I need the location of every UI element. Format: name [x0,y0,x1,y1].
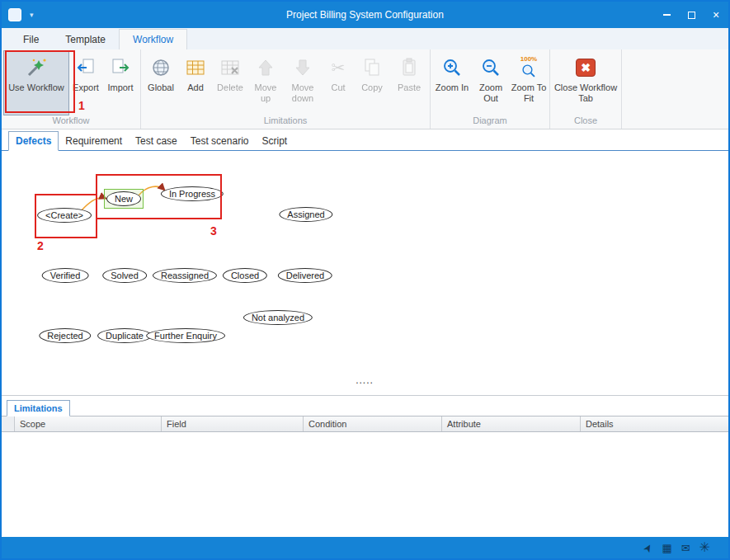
tab-defects[interactable]: Defects [8,131,59,151]
app-window: ▾ Project Billing System Configuration ×… [0,0,730,560]
zoom-out-button[interactable]: Zoom Out [472,50,510,115]
status-bar: ➤ ▦ ✉ ✳ [2,537,728,558]
paste-button: Paste [390,50,428,115]
tab-requirement[interactable]: Requirement [59,132,129,150]
node-new[interactable]: New [106,191,141,206]
limitations-tab-bar: Limitations [2,396,728,416]
close-workflow-tab-button[interactable]: ✖ Close Workflow Tab [552,50,619,115]
pointer-tool-icon[interactable]: ➤ [642,541,656,554]
column-header-condition[interactable]: Condition [304,416,442,431]
window-controls: × [654,2,728,28]
maximize-button[interactable] [679,2,704,28]
column-header-scope[interactable]: Scope [15,416,162,431]
import-label: Import [107,82,133,93]
move-up-button: Move up [248,50,283,115]
tab-script[interactable]: Script [255,132,294,150]
cut-label: Cut [331,82,345,93]
close-workflow-tab-label: Close Workflow Tab [553,82,619,103]
limitations-panel: Limitations Scope Field Condition Attrib… [2,395,728,537]
close-button[interactable]: × [704,2,728,28]
node-assigned[interactable]: Assigned [279,207,332,222]
node-duplicate[interactable]: Duplicate [97,328,152,343]
add-label: Add [187,82,204,93]
ribbon-group-label-close: Close [552,115,619,129]
limitations-table-header: Scope Field Condition Attribute Details [2,416,728,432]
column-header-field[interactable]: Field [162,416,304,431]
node-verified[interactable]: Verified [42,268,89,283]
node-further-enquiry[interactable]: Further Enquiry [146,328,225,343]
snowflake-icon[interactable]: ✳ [699,541,710,554]
zoom-to-fit-button[interactable]: 100% Zoom To Fit [510,50,548,115]
node-solved[interactable]: Solved [102,268,147,283]
scissors-icon: ✂ [332,59,346,76]
ribbon-tab-bar: File Template Workflow [2,28,728,49]
node-create[interactable]: <Create> [37,208,92,223]
mail-icon[interactable]: ✉ [681,543,690,553]
window-title: Project Billing System Configuration [2,9,728,21]
close-red-icon: ✖ [576,59,596,77]
delete-table-icon [219,55,241,80]
tab-file[interactable]: File [10,30,52,49]
export-icon [75,55,97,80]
paste-icon [398,55,420,80]
use-workflow-button[interactable]: Use Workflow [3,50,69,115]
copy-button: Copy [354,50,390,115]
node-closed[interactable]: Closed [223,268,267,283]
column-header-attribute[interactable]: Attribute [442,416,581,431]
zoom-to-fit-label: Zoom To Fit [511,82,547,103]
node-in-progress[interactable]: In Progress [161,186,224,201]
globe-icon [150,55,172,80]
add-table-icon [185,55,206,80]
titlebar: ▾ Project Billing System Configuration × [2,2,728,28]
tab-limitations[interactable]: Limitations [7,400,70,416]
delete-button: Delete [212,50,248,115]
zoom-fit-label-1: Zoom Out [473,82,509,103]
copy-icon [361,55,383,80]
global-button[interactable]: Global [143,50,179,115]
import-button[interactable]: Import [102,50,139,115]
ribbon-group-label-limitations: Limitations [143,115,428,129]
node-rejected[interactable]: Rejected [39,328,91,343]
use-workflow-label: Use Workflow [8,82,64,93]
export-button[interactable]: Export [69,50,102,115]
import-icon [110,55,131,80]
maximize-icon [688,12,695,19]
delete-label: Delete [217,82,243,93]
tab-workflow[interactable]: Workflow [119,29,187,49]
ribbon: Use Workflow Export [2,49,728,129]
ribbon-group-limitations: Global Add [141,49,431,129]
move-down-button: Move down [283,50,323,115]
node-reassigned[interactable]: Reassigned [153,268,217,283]
global-label: Global [148,82,174,93]
canvas-ellipsis: ..... [356,374,374,386]
zoom-in-icon [441,55,463,80]
paste-label: Paste [398,82,421,93]
ribbon-group-workflow: Use Workflow Export [2,49,141,129]
tab-test-scenario[interactable]: Test scenario [184,132,256,150]
zoom-in-label: Zoom In [436,82,469,93]
copy-label: Copy [361,82,383,93]
workflow-canvas: <Create> New In Progress Assigned Verifi… [2,151,728,395]
limitations-table-body [2,432,728,537]
zoom-fit-badge: 100% [520,56,537,63]
column-header-details[interactable]: Details [581,416,728,431]
node-delivered[interactable]: Delivered [278,268,332,283]
minimize-button[interactable] [654,2,679,28]
ribbon-group-diagram: Zoom In Zoom Out 100% [431,49,550,129]
entity-tab-bar: Defects Requirement Test case Test scena… [2,130,728,151]
move-up-label: Move up [249,82,282,103]
zoom-fit-icon: 100% [520,55,537,80]
tab-test-case[interactable]: Test case [129,132,184,150]
zoom-in-button[interactable]: Zoom In [432,50,472,115]
export-label: Export [73,82,99,93]
tab-template[interactable]: Template [52,30,119,49]
ribbon-group-label-workflow: Workflow [3,115,139,129]
move-down-label: Move down [284,82,322,103]
ribbon-group-label-diagram: Diagram [432,115,548,129]
grid-view-icon[interactable]: ▦ [662,543,671,553]
node-not-analyzed[interactable]: Not analyzed [243,310,313,325]
row-selector-gutter [2,416,15,431]
add-button[interactable]: Add [179,50,212,115]
node-new-selection: New [104,189,144,209]
ribbon-group-close: ✖ Close Workflow Tab Close [550,49,622,129]
